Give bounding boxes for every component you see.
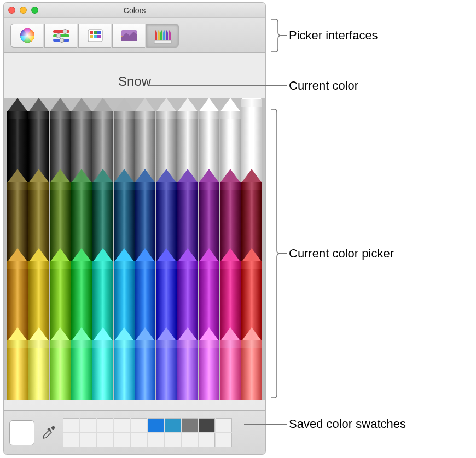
svg-rect-13	[94, 35, 97, 38]
swatch-cell[interactable]	[199, 418, 215, 432]
pencil[interactable]	[220, 327, 241, 400]
tab-color-palettes[interactable]	[78, 24, 111, 48]
pencil[interactable]	[71, 327, 92, 400]
svg-rect-9	[90, 31, 93, 34]
eyedropper-button[interactable]	[39, 423, 59, 443]
image-icon	[119, 27, 140, 44]
svg-point-5	[63, 29, 67, 33]
pencil[interactable]	[241, 327, 262, 400]
tab-pencils[interactable]	[146, 24, 179, 48]
window-title: Colors	[4, 6, 265, 15]
swatch-cell[interactable]	[63, 418, 79, 432]
pencil[interactable]	[50, 327, 71, 400]
swatch-cell[interactable]	[114, 433, 130, 447]
svg-marker-26	[166, 30, 168, 33]
callout-current-picker: Current color picker	[289, 246, 394, 261]
svg-rect-11	[97, 31, 101, 34]
callout-current-color: Current color	[289, 79, 358, 93]
svg-marker-20	[158, 30, 160, 33]
svg-rect-12	[90, 35, 93, 38]
swatch-cell[interactable]	[63, 433, 79, 447]
svg-marker-22	[160, 30, 162, 33]
colors-window: Colors	[3, 2, 266, 455]
sliders-icon	[51, 27, 72, 44]
swatch-bar	[4, 410, 265, 454]
swatch-cell[interactable]	[165, 433, 181, 447]
swatch-cell[interactable]	[216, 433, 232, 447]
pencil[interactable]	[28, 327, 49, 400]
titlebar: Colors	[4, 3, 265, 18]
swatch-cell[interactable]	[148, 418, 164, 432]
pencil[interactable]	[7, 327, 28, 400]
swatch-cell[interactable]	[182, 433, 198, 447]
tab-color-sliders[interactable]	[44, 24, 77, 48]
svg-rect-10	[94, 31, 97, 34]
current-color-well[interactable]	[9, 420, 34, 445]
svg-rect-3	[53, 34, 69, 37]
swatch-cell[interactable]	[216, 418, 232, 432]
swatch-cell[interactable]	[131, 433, 147, 447]
swatch-cell[interactable]	[80, 418, 96, 432]
swatch-cell[interactable]	[114, 418, 130, 432]
svg-rect-29	[154, 40, 171, 43]
callout-saved-swatches: Saved color swatches	[289, 417, 406, 431]
swatch-cell[interactable]	[97, 433, 113, 447]
eyedropper-icon	[40, 425, 57, 441]
callouts-layer: Picker interfaces Current color Current …	[268, 0, 476, 458]
tab-color-wheel[interactable]	[10, 24, 43, 48]
svg-point-7	[60, 38, 64, 42]
svg-point-1	[20, 28, 34, 43]
tab-image-palettes[interactable]	[112, 24, 145, 48]
svg-marker-18	[155, 30, 157, 33]
svg-point-6	[56, 33, 61, 38]
pencil[interactable]	[92, 327, 113, 400]
palette-icon	[85, 27, 106, 44]
swatch-cell[interactable]	[131, 418, 147, 432]
swatch-cell[interactable]	[148, 433, 164, 447]
swatch-cell[interactable]	[80, 433, 96, 447]
swatch-cell[interactable]	[165, 418, 181, 432]
saved-swatches-grid	[63, 418, 232, 447]
callout-picker-interfaces: Picker interfaces	[289, 28, 378, 43]
swatch-cell[interactable]	[199, 433, 215, 447]
pencil[interactable]	[156, 327, 177, 400]
svg-marker-28	[169, 30, 171, 33]
pencil[interactable]	[114, 327, 135, 400]
pencil[interactable]	[199, 327, 219, 400]
svg-rect-14	[97, 35, 101, 38]
pencils-icon	[152, 27, 173, 44]
picker-toolbar	[4, 18, 265, 53]
current-color-name: Snow	[4, 53, 265, 98]
pencil[interactable]	[135, 327, 155, 400]
color-wheel-icon	[17, 27, 38, 44]
pencil-picker	[4, 98, 265, 400]
svg-marker-24	[163, 30, 165, 33]
pencil[interactable]	[177, 327, 198, 400]
swatch-cell[interactable]	[182, 418, 198, 432]
swatch-cell[interactable]	[97, 418, 113, 432]
